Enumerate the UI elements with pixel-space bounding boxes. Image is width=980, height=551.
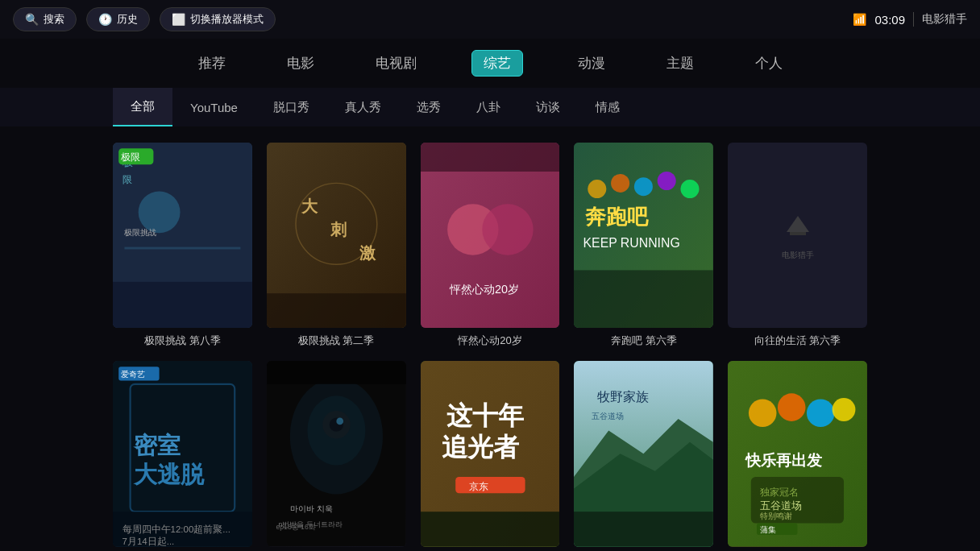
card-3[interactable]: 怦然心动20岁 怦然心动20岁 [421, 143, 560, 348]
card-7-thumb: 마이바 치욱 n번방을 두너트라라 ep18중 16화 [267, 361, 406, 546]
card-9[interactable]: 牧野家族 五谷道场 牧野家族 [574, 361, 713, 551]
card-4-thumb: 奔跑吧 KEEP RUNNING [574, 143, 713, 328]
svg-text:极限: 极限 [120, 152, 140, 162]
svg-rect-1 [113, 282, 252, 329]
history-button[interactable]: 🕐 历史 [86, 7, 150, 31]
svg-rect-26 [574, 270, 713, 328]
card-2-title: 极限挑战 第二季 [267, 334, 406, 348]
card-1[interactable]: 极 限 极限挑战 极限 极限挑战 第八季 [113, 143, 252, 348]
nav-item-movie[interactable]: 电影 [280, 51, 321, 76]
divider [913, 12, 914, 27]
svg-point-71 [778, 394, 806, 422]
card-2[interactable]: 大 刺 激 极限挑战 第二季 [267, 143, 406, 348]
card-10-thumb: 快乐再出发 独家冠名 五谷道场 特别鸣谢 蒲集 [728, 361, 867, 546]
card-10[interactable]: 快乐再出发 独家冠名 五谷道场 特别鸣谢 蒲集 快乐再出发 [728, 361, 867, 551]
svg-text:追光者: 追光者 [442, 433, 520, 462]
switch-player-button[interactable]: ⬜ 切换播放器模式 [160, 7, 276, 31]
app-name: 电影猎手 [922, 12, 967, 27]
svg-rect-60 [421, 512, 560, 547]
nav-item-theme[interactable]: 主题 [660, 51, 700, 76]
wifi-icon: 📶 [853, 13, 866, 26]
svg-rect-52 [267, 361, 406, 384]
card-3-thumb: 怦然心动20岁 [421, 143, 560, 328]
svg-text:大逃脱: 大逃脱 [133, 462, 205, 488]
card-1-title: 极限挑战 第八季 [113, 334, 252, 348]
svg-text:마이바 치욱: 마이바 치욱 [290, 505, 333, 514]
svg-point-27 [588, 180, 607, 198]
svg-text:怦然心动20岁: 怦然心动20岁 [449, 283, 519, 296]
svg-point-30 [658, 172, 676, 190]
svg-point-4 [139, 191, 181, 233]
nav-item-anime[interactable]: 动漫 [571, 51, 612, 76]
switch-player-label: 切换播放器模式 [190, 12, 264, 27]
card-5-thumb: 电影猎手 [728, 143, 867, 328]
card-7[interactable]: 마이바 치욱 n번방을 두너트라라 ep18중 16화 网络炼狱：揭发N号... [267, 361, 406, 551]
svg-text:爱奇艺: 爱奇艺 [121, 371, 145, 379]
svg-text:牧野家族: 牧野家族 [597, 391, 649, 404]
card-5[interactable]: 电影猎手 向往的生活 第六季 [728, 143, 867, 348]
search-icon: 🔍 [25, 13, 39, 26]
card-4-title: 奔跑吧 第六季 [574, 334, 713, 348]
top-right-status: 📶 03:09 电影猎手 [853, 12, 967, 27]
svg-text:快乐再出发: 快乐再出发 [745, 452, 822, 469]
svg-text:独家冠名: 独家冠名 [761, 487, 799, 497]
search-label: 搜索 [44, 12, 64, 27]
sub-item-talkshow[interactable]: 脱口秀 [255, 88, 327, 126]
search-button[interactable]: 🔍 搜索 [13, 7, 77, 31]
card-2-thumb: 大 刺 激 [267, 143, 406, 328]
card-1-thumb: 极 限 极限挑战 极限 [113, 143, 252, 328]
svg-text:刺: 刺 [330, 221, 347, 238]
svg-text:ep18중 16화: ep18중 16화 [276, 523, 315, 531]
card-6-thumb: 密室 大逃脱 每周四中午12:00超前聚... 7月14日起... 爱奇艺 [113, 361, 252, 546]
content-grid: 极 限 极限挑战 极限 极限挑战 第八季 [0, 126, 980, 551]
switch-icon: ⬜ [172, 13, 185, 26]
card-9-thumb: 牧野家族 五谷道场 [574, 361, 713, 546]
card-8-thumb: 这十年 追光者 京东 [421, 361, 560, 546]
sub-item-gossip[interactable]: 八卦 [459, 88, 518, 126]
sub-item-emotional[interactable]: 情感 [578, 88, 637, 126]
svg-text:每周四中午12:00超前聚...: 每周四中午12:00超前聚... [122, 525, 230, 535]
card-5-title: 向往的生活 第六季 [728, 334, 867, 348]
svg-marker-32 [787, 216, 809, 232]
svg-text:蒲集: 蒲集 [761, 526, 777, 535]
svg-text:大: 大 [301, 197, 318, 215]
svg-text:特别鸣谢: 特别鸣谢 [761, 512, 793, 520]
svg-point-28 [611, 174, 629, 193]
svg-text:五谷道场: 五谷道场 [592, 412, 624, 420]
svg-text:奔跑吧: 奔跑吧 [586, 205, 650, 228]
svg-rect-15 [267, 293, 406, 328]
svg-rect-67 [574, 512, 713, 547]
svg-point-49 [336, 418, 343, 425]
svg-point-73 [833, 398, 856, 421]
top-bar: 🔍 搜索 🕐 历史 ⬜ 切换播放器模式 📶 03:09 电影猎手 [0, 0, 980, 39]
svg-text:限: 限 [122, 175, 132, 184]
history-label: 历史 [117, 12, 138, 27]
sub-item-reality[interactable]: 真人秀 [327, 88, 399, 126]
card-6[interactable]: 密室 大逃脱 每周四中午12:00超前聚... 7月14日起... 爱奇艺 密室… [113, 361, 252, 551]
sub-item-interview[interactable]: 访谈 [518, 88, 578, 126]
time-display: 03:09 [874, 13, 905, 27]
svg-text:极限挑战: 极限挑战 [123, 228, 156, 237]
svg-text:密室: 密室 [133, 433, 181, 459]
svg-text:7月14日起...: 7月14日起... [122, 536, 175, 546]
nav-item-tv[interactable]: 电视剧 [369, 51, 423, 76]
svg-text:京东: 京东 [469, 481, 488, 491]
svg-text:激: 激 [359, 244, 376, 262]
nav-item-variety[interactable]: 综艺 [471, 50, 523, 77]
card-3-title: 怦然心动20岁 [421, 334, 560, 348]
svg-text:五谷道场: 五谷道场 [761, 500, 803, 512]
nav-item-personal[interactable]: 个人 [749, 51, 789, 76]
sub-item-youtube[interactable]: YouTube [172, 88, 255, 126]
card-8[interactable]: 这十年 追光者 京东 这十年 追光者 [421, 361, 560, 551]
nav-item-recommend[interactable]: 推荐 [192, 51, 232, 76]
card-4[interactable]: 奔跑吧 KEEP RUNNING 奔跑吧 第六季 [574, 143, 713, 348]
svg-point-72 [807, 400, 835, 428]
svg-rect-21 [421, 143, 560, 172]
history-icon: 🕐 [98, 13, 112, 26]
sub-item-audition[interactable]: 选秀 [399, 88, 459, 126]
svg-point-19 [482, 204, 533, 255]
top-left-buttons: 🔍 搜索 🕐 历史 ⬜ 切换播放器模式 [13, 7, 276, 31]
svg-rect-58 [455, 477, 525, 493]
main-nav: 推荐 电影 电视剧 综艺 动漫 主题 个人 [0, 39, 980, 88]
sub-item-all[interactable]: 全部 [113, 88, 172, 126]
